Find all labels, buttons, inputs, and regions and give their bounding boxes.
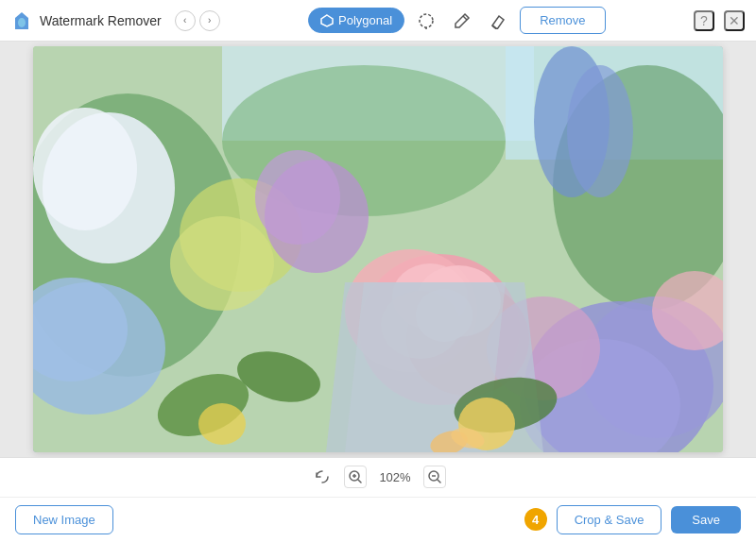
flower-illustration [33, 46, 723, 452]
rotate-button[interactable] [310, 465, 335, 489]
svg-point-41 [198, 403, 246, 445]
zoom-in-icon [349, 470, 362, 483]
eraser-icon [490, 12, 507, 29]
rotate-icon [314, 468, 331, 485]
zoom-in-button[interactable] [344, 466, 367, 488]
zoom-out-button[interactable] [423, 466, 446, 488]
title-left: Watermark Remover ‹ › [11, 10, 220, 31]
title-center: Polygonal Remove [308, 7, 606, 35]
svg-point-18 [170, 216, 274, 311]
lasso-icon [418, 12, 435, 29]
right-action-buttons: 4 Crop & Save Save [524, 505, 741, 534]
polygonal-icon [320, 14, 334, 27]
polygonal-label: Polygonal [338, 13, 392, 27]
polygonal-tool-button[interactable]: Polygonal [308, 8, 404, 33]
nav-buttons: ‹ › [175, 10, 220, 31]
svg-point-16 [33, 108, 137, 230]
help-button[interactable]: ? [694, 10, 714, 31]
brush-icon [454, 12, 471, 29]
action-bar: New Image 4 Crop & Save Save [0, 498, 756, 542]
svg-point-1 [18, 18, 26, 27]
lasso-tool-button[interactable] [412, 7, 440, 35]
forward-button[interactable]: › [199, 10, 220, 31]
notification-badge: 4 [524, 508, 547, 531]
app-title: Watermark Remover [40, 13, 162, 28]
brush-tool-button[interactable] [448, 7, 476, 35]
crop-save-button[interactable]: Crop & Save [557, 505, 662, 534]
main-content [0, 42, 756, 457]
svg-point-20 [255, 150, 340, 245]
title-right: ? ✕ [694, 10, 745, 31]
canvas-area[interactable] [33, 46, 723, 452]
eraser-tool-button[interactable] [484, 7, 512, 35]
app-logo-icon [11, 10, 32, 31]
back-button[interactable]: ‹ [175, 10, 196, 31]
title-bar: Watermark Remover ‹ › Polygonal [0, 0, 756, 42]
zoom-bar: 102% [0, 458, 756, 498]
bottom-bar: 102% New Image 4 Crop & Save Save [0, 457, 756, 542]
flower-image [33, 46, 723, 452]
svg-line-49 [438, 480, 440, 483]
remove-button[interactable]: Remove [520, 7, 605, 34]
svg-line-5 [463, 16, 467, 20]
svg-point-3 [420, 14, 433, 27]
svg-marker-2 [321, 15, 333, 26]
svg-line-6 [492, 25, 497, 29]
save-button[interactable]: Save [671, 506, 741, 534]
zoom-out-icon [428, 470, 441, 483]
svg-line-45 [358, 480, 361, 483]
zoom-level: 102% [376, 470, 414, 484]
close-button[interactable]: ✕ [724, 10, 745, 31]
svg-point-22 [567, 65, 633, 197]
new-image-button[interactable]: New Image [15, 505, 113, 534]
